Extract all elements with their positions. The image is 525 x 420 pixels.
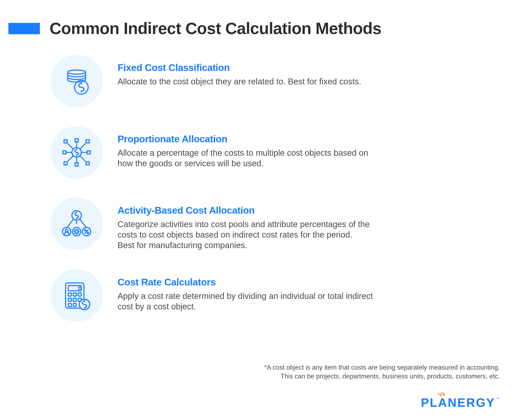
method-title: Fixed Cost Classification: [118, 62, 491, 73]
svg-rect-9: [75, 163, 78, 166]
method-cost-rate: Cost Rate Calculators Apply a cost rate …: [50, 276, 491, 322]
svg-point-0: [68, 70, 86, 74]
method-text: Activity-Based Cost Allocation Categoriz…: [118, 204, 491, 250]
header-accent-bar: [8, 23, 40, 34]
svg-rect-6: [63, 151, 66, 154]
svg-rect-28: [73, 304, 76, 307]
method-text: Cost Rate Calculators Apply a cost rate …: [118, 276, 491, 312]
method-fixed-cost: Fixed Cost Classification Allocate to th…: [50, 61, 491, 107]
method-text: Fixed Cost Classification Allocate to th…: [118, 61, 491, 87]
method-activity-based: Activity-Based Cost Allocation Categoriz…: [50, 204, 491, 250]
method-desc: Allocate a percentage of the costs to mu…: [118, 148, 474, 168]
method-text: Proportionate Allocation Allocate a perc…: [118, 132, 491, 168]
page: Common Indirect Cost Calculation Methods…: [0, 0, 525, 420]
header: Common Indirect Cost Calculation Methods: [8, 19, 517, 38]
svg-rect-5: [86, 140, 89, 143]
method-desc: Apply a cost rate determined by dividing…: [118, 291, 474, 312]
logo-tm: ™: [497, 397, 500, 401]
svg-rect-27: [68, 304, 71, 307]
planergy-logo: PLANERGY ™: [421, 395, 500, 410]
svg-rect-24: [68, 298, 71, 301]
activity-tree-icon: [50, 197, 103, 250]
svg-rect-21: [68, 293, 71, 296]
page-title: Common Indirect Cost Calculation Methods: [49, 19, 381, 38]
method-title: Cost Rate Calculators: [118, 276, 491, 288]
svg-rect-8: [64, 162, 67, 165]
svg-point-13: [65, 229, 68, 232]
footnote: *A cost object is any item that costs ar…: [264, 363, 500, 381]
methods-list: Fixed Cost Classification Allocate to th…: [8, 61, 517, 322]
svg-rect-23: [78, 293, 81, 296]
method-title: Activity-Based Cost Allocation: [118, 205, 491, 216]
coins-dollar-icon: [50, 55, 103, 107]
method-desc: Categorize activities into cost pools an…: [118, 219, 474, 250]
svg-rect-20: [68, 286, 81, 291]
svg-rect-7: [87, 151, 90, 154]
calculator-dollar-icon: [50, 269, 103, 322]
svg-rect-3: [64, 140, 67, 143]
svg-rect-10: [86, 162, 89, 165]
logo-text: PLANERGY: [421, 395, 495, 410]
distribution-network-icon: [50, 126, 103, 179]
svg-rect-4: [75, 139, 78, 142]
svg-rect-25: [73, 298, 76, 301]
svg-rect-22: [73, 293, 76, 296]
method-desc: Allocate to the cost object they are rel…: [118, 76, 474, 87]
method-title: Proportionate Allocation: [118, 133, 491, 145]
method-proportionate: Proportionate Allocation Allocate a perc…: [50, 132, 491, 179]
